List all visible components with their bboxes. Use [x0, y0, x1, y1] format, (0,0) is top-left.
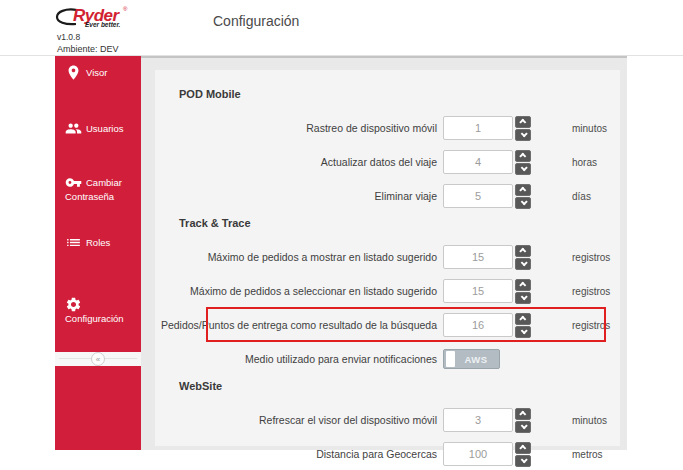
decrement-button[interactable] — [515, 455, 531, 467]
brand-tagline: Ever better. — [85, 21, 120, 28]
setting-unit: minutos — [572, 123, 607, 134]
chevron-down-icon — [520, 327, 527, 334]
section-title: POD Mobile — [179, 88, 620, 100]
setting-control — [443, 442, 535, 467]
ryder-logo: Ryder ® Ever better. v1.0.8 Ambiente: DE… — [57, 6, 145, 28]
decrement-button[interactable] — [515, 421, 531, 433]
decrement-button[interactable] — [515, 292, 531, 304]
chevron-up-icon — [519, 282, 526, 289]
section-rows: Refrescar el visor del dispositivo móvil… — [155, 407, 620, 467]
app-header: Ryder ® Ever better. v1.0.8 Ambiente: DE… — [0, 0, 683, 56]
sidebar-collapse-button[interactable]: « — [91, 352, 105, 366]
setting-label: Rastreo de dispositivo móvil — [155, 122, 437, 134]
decrement-button[interactable] — [515, 326, 531, 338]
setting-control — [443, 150, 535, 175]
setting-unit: horas — [572, 157, 597, 168]
increment-button[interactable] — [515, 279, 531, 291]
notification-medium-toggle[interactable]: AWS — [443, 349, 500, 369]
increment-button[interactable] — [515, 313, 531, 325]
decrement-button[interactable] — [515, 129, 531, 141]
spinner — [515, 313, 531, 338]
sidebar-item-label: Configuración — [65, 313, 124, 324]
increment-button[interactable] — [515, 116, 531, 128]
users-icon — [65, 120, 82, 137]
setting-control: AWS — [443, 349, 535, 369]
app-version: v1.0.8 — [57, 32, 80, 42]
chevron-up-icon — [519, 119, 526, 126]
chevron-down-icon — [520, 456, 527, 463]
sidebar: VisorUsuariosCambiar ContraseñaRolesConf… — [55, 56, 141, 450]
sidebar-item-label: Visor — [86, 67, 107, 78]
setting-control — [443, 313, 535, 338]
setting-unit: metros — [572, 449, 603, 460]
decrement-button[interactable] — [515, 163, 531, 175]
increment-button[interactable] — [515, 245, 531, 257]
setting-row: Actualizar datos del viaje horas — [155, 149, 620, 175]
number-input[interactable] — [443, 184, 513, 208]
setting-label: Actualizar datos del viaje — [155, 156, 437, 168]
chevron-up-icon — [519, 445, 526, 452]
number-input[interactable] — [443, 279, 513, 303]
setting-row: Medio utilizado para enviar notificacion… — [155, 346, 620, 372]
chevron-up-icon — [519, 316, 526, 323]
number-input[interactable] — [443, 116, 513, 140]
setting-unit: registros — [572, 252, 610, 263]
sidebar-item-configuracion[interactable]: Configuración — [55, 296, 141, 325]
location-pin-icon — [65, 64, 82, 81]
decrement-button[interactable] — [515, 197, 531, 209]
increment-button[interactable] — [515, 184, 531, 196]
chevron-up-icon — [519, 153, 526, 160]
section-rows: Máximo de pedidos a mostrar en listado s… — [155, 244, 620, 372]
setting-control — [443, 245, 535, 270]
settings-section: POD Mobile Rastreo de dispositivo móvil … — [155, 88, 620, 209]
spinner — [515, 279, 531, 304]
decrement-button[interactable] — [515, 258, 531, 270]
chevron-down-icon — [520, 164, 527, 171]
sidebar-item-usuarios[interactable]: Usuarios — [55, 120, 141, 137]
number-input[interactable] — [443, 408, 513, 432]
gear-icon — [65, 296, 82, 313]
setting-label: Máximo de pedidos a seleccionar en lista… — [155, 285, 437, 297]
toggle-knob — [446, 351, 455, 367]
sidebar-item-visor[interactable]: Visor — [55, 64, 141, 81]
setting-row: Máximo de pedidos a mostrar en listado s… — [155, 244, 620, 270]
chevron-down-icon — [520, 130, 527, 137]
setting-label: Pedidos/Puntos de entrega como resultado… — [155, 319, 437, 331]
setting-row: Pedidos/Puntos de entrega como resultado… — [155, 312, 620, 338]
setting-unit: días — [572, 191, 591, 202]
chevron-down-icon — [520, 293, 527, 300]
number-input[interactable] — [443, 245, 513, 269]
chevron-down-icon — [520, 259, 527, 266]
setting-row: Rastreo de dispositivo móvil minutos — [155, 115, 620, 141]
increment-button[interactable] — [515, 442, 531, 454]
number-input[interactable] — [443, 442, 513, 466]
setting-control — [443, 184, 535, 209]
spinner — [515, 184, 531, 209]
sidebar-item-label: Roles — [86, 237, 110, 248]
sidebar-collapse-strip: « — [55, 352, 141, 366]
setting-label: Máximo de pedidos a mostrar en listado s… — [155, 251, 437, 263]
chevron-up-icon — [519, 187, 526, 194]
number-input[interactable] — [443, 313, 513, 337]
setting-control — [443, 279, 535, 304]
spinner — [515, 150, 531, 175]
section-title: Track & Trace — [179, 217, 620, 229]
section-rows: Rastreo de dispositivo móvil minutos Act… — [155, 115, 620, 209]
setting-label: Medio utilizado para enviar notificacion… — [155, 353, 437, 365]
sidebar-item-cambiar-contrasena[interactable]: Cambiar Contraseña — [55, 174, 141, 203]
key-icon — [65, 174, 82, 191]
setting-control — [443, 408, 535, 433]
setting-row: Distancia para Geocercas metros — [155, 441, 620, 467]
increment-button[interactable] — [515, 408, 531, 420]
chevron-up-icon — [519, 411, 526, 418]
environment-label: Ambiente: DEV — [57, 44, 119, 54]
setting-unit: registros — [572, 320, 610, 331]
number-input[interactable] — [443, 150, 513, 174]
sidebar-item-label: Usuarios — [86, 123, 124, 134]
increment-button[interactable] — [515, 150, 531, 162]
settings-sections: POD Mobile Rastreo de dispositivo móvil … — [155, 88, 620, 467]
section-title: WebSite — [179, 380, 620, 392]
sidebar-item-roles[interactable]: Roles — [55, 234, 141, 251]
setting-row: Refrescar el visor del dispositivo móvil… — [155, 407, 620, 433]
content-area: POD Mobile Rastreo de dispositivo móvil … — [141, 56, 627, 450]
